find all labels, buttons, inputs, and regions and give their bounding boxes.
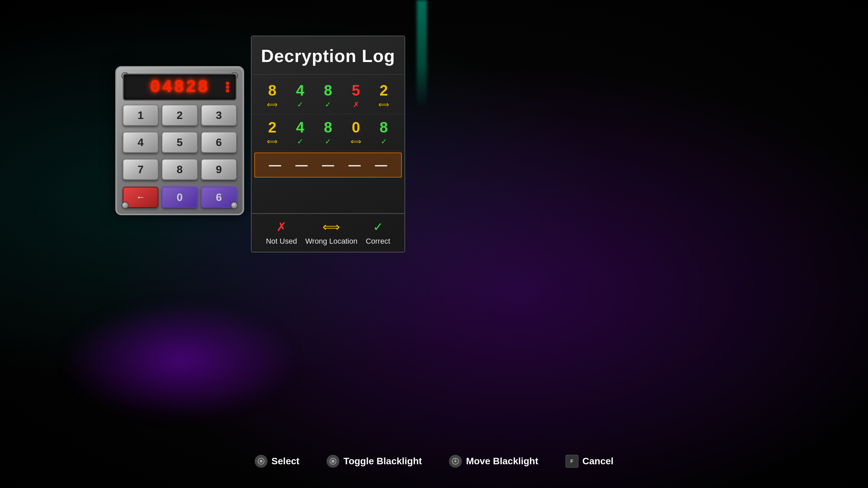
log-digit-2-1: 2 [268, 119, 276, 136]
log-dash-4: — [349, 158, 361, 172]
log-row-active: — — — — — [254, 152, 402, 178]
bg-purple-glow [61, 302, 298, 420]
log-cell-a-4: — [344, 158, 365, 172]
legend-wrong-location-label: Wrong Location [305, 237, 357, 246]
log-cell-1-1: 8 ⟺ [262, 82, 282, 109]
key-8[interactable]: 8 [162, 159, 197, 180]
legend-check-icon: ✓ [373, 220, 383, 234]
log-digit-2-2: 4 [296, 119, 304, 136]
log-cell-1-3: 8 ✓ [318, 82, 338, 109]
log-digit-1-2: 4 [296, 82, 304, 99]
key-0[interactable]: 0 [162, 187, 197, 208]
log-row-2: 2 ⟺ 4 ✓ 8 ✓ 0 ⟺ 8 ✓ [252, 114, 405, 151]
log-cell-a-2: — [291, 158, 312, 172]
log-digit-2-3: 8 [324, 119, 332, 136]
ind-dot-1 [226, 82, 229, 85]
move-blacklight-label: Move Blacklight [466, 456, 538, 467]
legend-not-used-label: Not Used [266, 237, 297, 246]
log-cell-1-5: 2 ⟺ [374, 82, 394, 109]
log-sym-2-5: ✓ [381, 137, 387, 146]
log-sym-1-4: ✗ [353, 100, 359, 109]
backspace-icon: ← [136, 192, 145, 203]
log-sym-2-3: ✓ [325, 137, 331, 146]
log-dash-1: — [269, 158, 281, 172]
toggle-blacklight-icon [327, 455, 339, 468]
key-5[interactable]: 5 [162, 132, 197, 153]
ind-dot-4 [230, 86, 232, 88]
ind-dot-3 [226, 86, 229, 88]
log-digit-1-1: 8 [268, 82, 276, 99]
log-digit-1-5: 2 [380, 82, 388, 99]
log-sym-2-2: ✓ [297, 137, 303, 146]
bg-pipe-decoration [417, 0, 427, 108]
log-sym-1-2: ✓ [297, 100, 303, 109]
ind-dot-5 [226, 89, 229, 92]
log-sym-1-3: ✓ [325, 100, 331, 109]
log-dash-2: — [295, 158, 308, 172]
log-entries: 8 ⟺ 4 ✓ 8 ✓ 5 ✗ 2 ⟺ 2 ⟺ [252, 75, 405, 213]
toggle-blacklight-label: Toggle Blacklight [343, 456, 422, 467]
log-cell-a-5: — [371, 158, 391, 172]
move-blacklight-icon [449, 455, 462, 468]
log-sym-1-5: ⟺ [378, 100, 389, 109]
legend-arrows-icon: ⟺ [322, 220, 340, 234]
svg-point-6 [455, 459, 456, 460]
log-sym-2-1: ⟺ [267, 137, 278, 146]
svg-rect-3 [332, 460, 334, 463]
log-digit-1-3: 8 [324, 82, 332, 99]
key-6[interactable]: 6 [201, 132, 237, 153]
display-indicators [226, 82, 232, 92]
log-sym-1-1: ⟺ [267, 100, 278, 109]
cancel-icon: F [566, 455, 578, 468]
keypad-number-grid: 1 2 3 4 5 6 7 8 9 [123, 105, 237, 183]
log-legend: ✗ Not Used ⟺ Wrong Location ✓ Correct [252, 213, 405, 252]
log-cell-a-3: — [318, 158, 338, 172]
log-sym-2-4: ⟺ [351, 137, 361, 146]
control-move-blacklight: Move Blacklight [449, 455, 538, 468]
select-label: Select [272, 456, 300, 467]
log-digit-2-4: 0 [352, 119, 360, 136]
key-3[interactable]: 3 [201, 105, 237, 126]
keypad-bottom-row: ← 0 6 [123, 187, 237, 208]
log-dash-5: — [375, 158, 387, 172]
svg-point-5 [454, 460, 456, 462]
key-7[interactable]: 7 [123, 159, 158, 180]
legend-not-used: ✗ Not Used [266, 220, 297, 246]
legend-correct-label: Correct [366, 237, 390, 246]
log-digit-2-5: 8 [380, 119, 388, 136]
control-toggle-blacklight: Toggle Blacklight [327, 455, 422, 468]
key-9[interactable]: 9 [201, 159, 237, 180]
log-cell-1-4: 5 ✗ [346, 82, 366, 109]
log-cell-2-4: 0 ⟺ [346, 119, 366, 146]
legend-x-icon: ✗ [276, 220, 287, 234]
keypad: 04828 1 2 3 4 5 6 7 8 9 ← [115, 66, 244, 215]
legend-wrong-location: ⟺ Wrong Location [305, 220, 357, 246]
select-icon [255, 455, 268, 468]
svg-point-1 [260, 460, 262, 463]
control-select: Select [255, 455, 300, 468]
log-row-1: 8 ⟺ 4 ✓ 8 ✓ 5 ✗ 2 ⟺ [252, 77, 405, 114]
controls-bar: Select Toggle Blacklight Move Blacklight… [0, 455, 868, 468]
log-cell-2-2: 4 ✓ [290, 119, 310, 146]
screw-bl [121, 202, 129, 209]
key-1[interactable]: 1 [123, 105, 158, 126]
log-digit-1-4: 5 [352, 82, 360, 99]
log-cell-2-5: 8 ✓ [374, 119, 394, 146]
ind-dot-2 [230, 82, 232, 85]
display-value: 04828 [150, 77, 210, 97]
keypad-display: 04828 [123, 74, 237, 101]
log-title: Decryption Log [252, 36, 405, 75]
key-4[interactable]: 4 [123, 132, 158, 153]
log-cell-2-1: 2 ⟺ [262, 119, 282, 146]
log-cell-a-1: — [265, 158, 285, 172]
ind-dot-6 [230, 89, 232, 92]
cancel-label: Cancel [583, 456, 614, 467]
legend-correct: ✓ Correct [366, 220, 390, 246]
log-dash-3: — [322, 158, 334, 172]
log-cell-1-2: 4 ✓ [290, 82, 310, 109]
log-cell-2-3: 8 ✓ [318, 119, 338, 146]
key-2[interactable]: 2 [162, 105, 197, 126]
screw-br [231, 202, 238, 209]
log-panel: Decryption Log 8 ⟺ 4 ✓ 8 ✓ 5 ✗ 2 ⟺ [251, 36, 405, 252]
control-cancel: F Cancel [566, 455, 614, 468]
